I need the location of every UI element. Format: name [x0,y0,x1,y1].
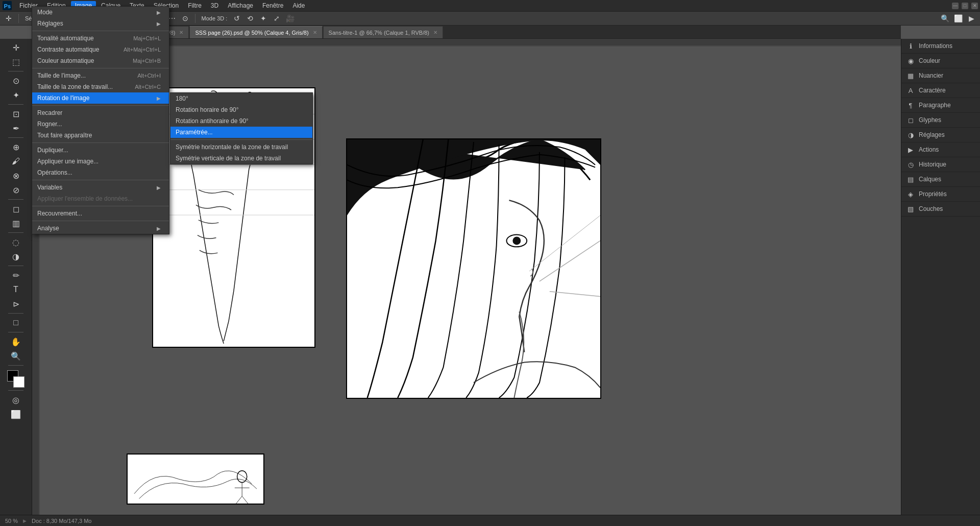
menu-taille-image[interactable]: Taille de l'image... Alt+Ctrl+I [32,70,169,81]
sep-1 [32,31,169,31]
tab-4-close[interactable]: ✕ [433,30,437,35]
tool-sep-2 [8,104,23,105]
pen-tool[interactable]: ✏ [9,269,22,282]
window-close[interactable]: ✕ [971,3,978,9]
rot-parametree[interactable]: Paramétrée... [170,127,312,138]
glyphes-icon: ◻ [906,116,915,124]
panel-proprietes[interactable]: ◈ Propriétés [901,187,980,202]
share-btn[interactable]: ▶ [966,13,977,24]
panel-couches[interactable]: ▧ Couches [901,202,980,217]
tab-3[interactable]: SSS page (26).psd @ 50% (Calque 4, Gris/… [189,26,322,38]
eraser-tool[interactable]: ◻ [9,202,22,216]
menu-3d[interactable]: 3D [207,1,223,10]
menu-fenetre[interactable]: Fenêtre [258,1,287,10]
eyedropper-tool[interactable]: ✒ [9,122,22,135]
menu-rotation[interactable]: Rotation de l'image ▶ 180° Rotation hora… [32,92,169,104]
sep-7 [32,221,169,221]
tool-sep-7 [8,313,23,314]
mode3d-btn3[interactable]: ✦ [258,13,269,24]
tab-4[interactable]: Sans-titre-1 @ 66,7% (Calque 1, RVB/8) ✕ [323,26,443,38]
rot-sym-v[interactable]: Symétrie verticale de la zone de travail [170,153,312,164]
panel-caractere[interactable]: A Caractère [901,83,980,98]
mode3d-btn2[interactable]: ⟲ [244,13,256,24]
quick-mask-btn[interactable]: ◎ [9,393,22,407]
dodge-tool[interactable]: ◑ [9,250,22,263]
spot-heal-tool[interactable]: ⊕ [9,140,22,154]
panel-reglages[interactable]: ◑ Réglages [901,128,980,142]
tab-2-close[interactable]: ✕ [179,30,183,35]
menu-tonalite[interactable]: Tonalité automatique Maj+Ctrl+L [32,33,169,44]
menu-operations[interactable]: Opérations... [32,167,169,178]
dist-center-btn[interactable]: ⊙ [180,13,191,24]
menu-dupliquer[interactable]: Dupliquer... [32,145,169,156]
panel-actions[interactable]: ▶ Actions [901,142,980,157]
menu-recouvrement[interactable]: Recouvrement... [32,208,169,219]
brush-tool[interactable]: 🖌 [9,155,22,168]
panel-couleur[interactable]: ◉ Couleur [901,54,980,68]
reglages-icon: ◑ [906,131,915,139]
rot-90h[interactable]: Rotation horaire de 90° [170,104,312,115]
panel-informations[interactable]: ℹ Informations [901,39,980,54]
workspace-btn[interactable]: ⬜ [952,13,964,24]
panel-glyphes[interactable]: ◻ Glyphes [901,113,980,128]
menu-rogner[interactable]: Rogner... [32,118,169,130]
rot-180[interactable]: 180° [170,93,312,104]
menu-tout-faire[interactable]: Tout faire apparaître [32,130,169,141]
gradient-tool[interactable]: ▥ [9,217,22,230]
mode3d-btn4[interactable]: ⤢ [271,13,282,24]
shape-tool[interactable]: □ [9,316,22,329]
screen-mode-btn[interactable]: ⬜ [9,408,22,421]
tool-sep-8 [8,332,23,332]
color-swatches[interactable] [7,370,24,388]
move-tool[interactable]: ✛ [9,41,22,54]
menu-appliquer-ensemble[interactable]: Appliquer l'ensemble de données... [32,193,169,204]
menu-taille-zone[interactable]: Taille de la zone de travail... Alt+Ctrl… [32,81,169,92]
select-tool[interactable]: ⬚ [9,55,22,68]
panel-calques[interactable]: ▤ Calques [901,172,980,187]
menu-reglages-item[interactable]: Réglages ▶ [32,18,169,29]
sep-4 [32,142,169,143]
app-logo: Ps [2,1,12,11]
menu-filtre[interactable]: Filtre [184,1,206,10]
hand-tool[interactable]: ✋ [9,335,22,348]
menu-contraste[interactable]: Contraste automatique Alt+Maj+Ctrl+L [32,44,169,55]
tab-3-close[interactable]: ✕ [313,30,317,35]
menu-affichage[interactable]: Affichage [224,1,257,10]
menu-couleur-auto[interactable]: Couleur automatique Maj+Ctrl+B [32,55,169,66]
history-brush-tool[interactable]: ⊘ [9,183,22,197]
menu-appliquer-image[interactable]: Appliquer une image... [32,156,169,167]
menu-recadrer[interactable]: Recadrer [32,107,169,118]
window-minimize[interactable]: — [952,3,959,9]
rot-sym-h[interactable]: Symétrie horizontale de la zone de trava… [170,141,312,153]
manga-panel-2 [346,138,601,399]
menu-aide[interactable]: Aide [288,1,309,10]
crop-tool[interactable]: ⊡ [9,107,22,121]
tool-sep-4 [8,199,23,200]
move-tool-btn[interactable]: ✛ [3,13,14,24]
type-tool[interactable]: T [9,283,22,296]
menu-analyse[interactable]: Analyse ▶ [32,223,169,234]
window-maximize[interactable]: □ [962,3,968,9]
left-toolbar: ✛ ⬚ ⊙ ✦ ⊡ ✒ ⊕ 🖌 ⊗ ⊘ ◻ ▥ ◌ ◑ ✏ T ⊳ □ ✋ 🔍 … [0,39,32,515]
rot-90ah[interactable]: Rotation antihoraire de 90° [170,115,312,127]
clone-tool[interactable]: ⊗ [9,169,22,182]
panel-paragraphe[interactable]: ¶ Paragraphe [901,98,980,113]
blur-tool[interactable]: ◌ [9,235,22,249]
svg-text:Ps: Ps [4,3,11,9]
background-color[interactable] [13,376,24,388]
mode3d-btn1[interactable]: ↺ [231,13,242,24]
magic-select-tool[interactable]: ✦ [9,88,22,102]
options-sep-1 [18,14,19,23]
menu-variables[interactable]: Variables ▶ [32,182,169,193]
manga-sketch-2 [347,139,600,398]
mode3d-btn5[interactable]: 🎥 [284,13,296,24]
path-select-tool[interactable]: ⊳ [9,297,22,310]
panel-historique[interactable]: ◷ Historique [901,157,980,172]
sep-2 [32,68,169,68]
search-btn[interactable]: 🔍 [939,13,950,24]
variables-arrow: ▶ [157,185,161,190]
panel-nuancier[interactable]: ▦ Nuancier [901,68,980,83]
lasso-tool[interactable]: ⊙ [9,74,22,87]
menu-mode[interactable]: Mode ▶ [32,7,169,18]
zoom-tool[interactable]: 🔍 [9,349,22,363]
